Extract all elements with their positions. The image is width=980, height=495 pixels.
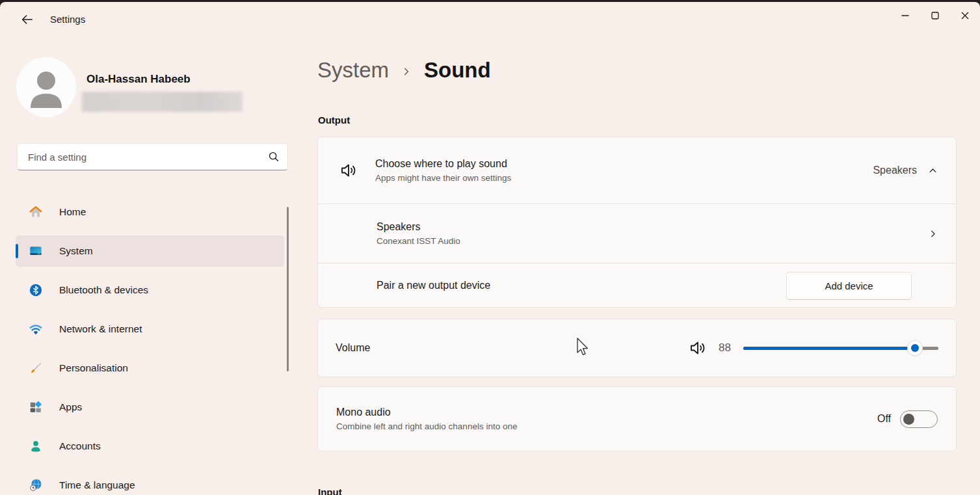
toggle-knob	[903, 414, 914, 425]
sidebar-item-apps[interactable]: Apps	[16, 392, 284, 423]
chevron-up-icon	[928, 166, 938, 176]
add-device-button[interactable]: Add device	[786, 272, 912, 300]
device-driver: Conexant ISST Audio	[377, 236, 460, 246]
time-language-icon	[29, 478, 43, 492]
choose-output-title: Choose where to play sound	[375, 158, 511, 170]
search-box[interactable]	[17, 143, 288, 170]
user-email-redacted	[82, 92, 243, 112]
sidebar-item-label: Time & language	[59, 479, 135, 491]
mono-audio-state-label: Off	[877, 413, 891, 425]
system-icon	[29, 244, 43, 258]
speaker-icon	[339, 161, 358, 180]
user-name: Ola-Hassan Habeeb	[86, 73, 191, 86]
sidebar-item-time-language[interactable]: Time & language	[16, 470, 284, 495]
avatar[interactable]	[16, 57, 76, 117]
choose-output-row[interactable]: Choose where to play sound Apps might ha…	[318, 137, 956, 204]
sidebar-item-label: Accounts	[59, 440, 101, 452]
apps-icon	[29, 400, 43, 414]
sidebar-item-bluetooth-devices[interactable]: Bluetooth & devices	[16, 274, 284, 306]
breadcrumb-chevron-icon	[402, 67, 411, 76]
main-content: System Sound Output Choose where to play…	[317, 38, 957, 495]
selected-accent-bar	[16, 244, 18, 258]
pair-device-row: Pair a new output device Add device	[318, 263, 956, 308]
sidebar-item-label: Bluetooth & devices	[59, 284, 148, 296]
mono-audio-subtitle: Combine left and right audio channels in…	[336, 421, 517, 431]
volume-slider-fill	[743, 347, 915, 350]
sidebar-nav: Home System	[16, 196, 284, 495]
personalisation-icon	[29, 361, 43, 375]
mono-audio-toggle[interactable]	[900, 410, 938, 428]
sidebar-scrollbar[interactable]	[287, 207, 289, 371]
sidebar-item-label: Apps	[59, 401, 82, 413]
volume-label: Volume	[336, 342, 370, 354]
volume-value: 88	[719, 341, 743, 355]
home-icon	[29, 205, 43, 219]
accounts-icon	[29, 439, 43, 453]
volume-slider[interactable]	[743, 341, 938, 355]
sidebar-item-label: System	[59, 245, 93, 257]
device-name: Speakers	[377, 221, 460, 233]
sidebar-item-label: Home	[59, 206, 86, 218]
back-arrow-icon	[20, 12, 34, 27]
volume-card: Volume 88	[317, 319, 957, 377]
sidebar-item-label: Network & internet	[59, 323, 142, 335]
network-icon	[29, 322, 43, 336]
app-title: Settings	[50, 14, 85, 25]
output-section-header: Output	[318, 114, 350, 126]
minimize-button[interactable]	[890, 2, 920, 29]
chevron-right-icon	[928, 229, 938, 239]
sidebar-item-home[interactable]: Home	[16, 196, 284, 228]
selected-output-value: Speakers	[873, 165, 917, 176]
search-icon	[268, 151, 280, 163]
sidebar-item-label: Personalisation	[59, 362, 128, 374]
breadcrumb: System Sound	[317, 58, 491, 83]
bluetooth-icon	[29, 283, 43, 297]
output-device-expander-card: Choose where to play sound Apps might ha…	[317, 137, 957, 308]
sidebar-item-personalisation[interactable]: Personalisation	[16, 353, 284, 384]
mono-audio-card: Mono audio Combine left and right audio …	[317, 386, 957, 451]
sidebar: Ola-Hassan Habeeb Home	[0, 38, 299, 495]
speakers-device-row[interactable]: Speakers Conexant ISST Audio	[318, 204, 956, 263]
sidebar-item-system[interactable]: System	[16, 235, 284, 267]
page-title: Sound	[424, 58, 491, 83]
volume-speaker-icon[interactable]	[688, 338, 708, 358]
input-section-header: Input	[318, 487, 342, 495]
mono-audio-title: Mono audio	[336, 407, 517, 418]
window-controls	[890, 2, 980, 32]
close-button[interactable]	[950, 2, 980, 29]
search-input[interactable]	[28, 152, 268, 163]
sidebar-item-accounts[interactable]: Accounts	[16, 431, 284, 462]
settings-window: Settings Ola-Hassan Habeeb	[0, 2, 980, 495]
sidebar-item-network-internet[interactable]: Network & internet	[16, 314, 284, 345]
breadcrumb-system[interactable]: System	[317, 58, 389, 83]
volume-slider-handle[interactable]	[908, 341, 922, 355]
titlebar: Settings	[0, 2, 980, 38]
choose-output-subtitle: Apps might have their own settings	[375, 173, 511, 183]
maximize-button[interactable]	[920, 2, 950, 29]
pair-device-label: Pair a new output device	[377, 280, 490, 291]
back-button[interactable]	[14, 8, 40, 31]
